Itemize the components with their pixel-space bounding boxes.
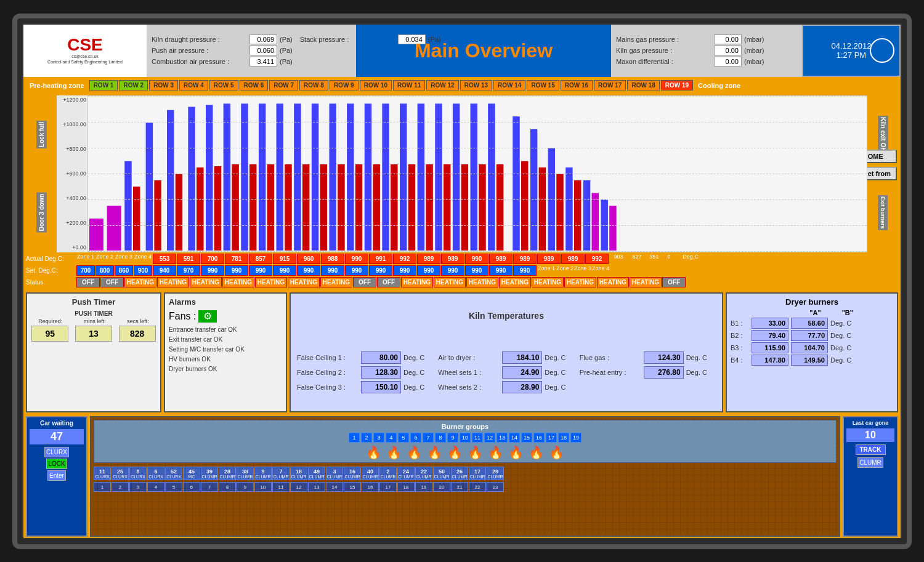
clumr-button[interactable]: CLUMR bbox=[857, 457, 883, 468]
svg-rect-35 bbox=[426, 164, 432, 250]
row-btn-8[interactable]: ROW 8 bbox=[299, 80, 328, 90]
actual-val-18: 990 bbox=[465, 254, 488, 264]
row-btn-6[interactable]: ROW 6 bbox=[240, 80, 269, 90]
kiln-temp-fg: Flue gas : 124.30 Deg. C bbox=[580, 351, 716, 364]
data-rows: Actual Deg.C: Zone 1 Zone 2 Zone 3 Zone … bbox=[23, 252, 901, 290]
burner-4[interactable]: 4 bbox=[386, 433, 397, 443]
alarm-items: Entrance transfer car OK Exit transfer c… bbox=[169, 325, 282, 374]
burner-11[interactable]: 11 bbox=[472, 433, 483, 443]
burner-19[interactable]: 19 bbox=[570, 433, 582, 443]
required-val: 95 bbox=[31, 326, 68, 342]
svg-rect-15 bbox=[249, 164, 256, 250]
svg-rect-46 bbox=[530, 129, 537, 250]
burner-8[interactable]: 8 bbox=[435, 433, 446, 443]
burner-1[interactable]: 1 bbox=[349, 433, 360, 443]
b2-b: 77.70 bbox=[791, 330, 828, 341]
status-18: HEATING bbox=[597, 277, 629, 287]
fc1-unit: Deg. C bbox=[403, 354, 424, 361]
burner-15[interactable]: 15 bbox=[521, 433, 532, 443]
svg-rect-55 bbox=[609, 206, 616, 251]
set-12: 990 bbox=[321, 265, 344, 276]
svg-rect-16 bbox=[259, 103, 265, 251]
maxon-row: Maxon differential : 0.00 (mbar) bbox=[616, 57, 797, 66]
lock-button[interactable]: LOCK bbox=[46, 459, 67, 469]
row-btn-10[interactable]: ROW 10 bbox=[360, 80, 392, 90]
svg-rect-50 bbox=[565, 167, 572, 251]
row-btn-19[interactable]: ROW 19 bbox=[661, 80, 693, 90]
row-btn-14[interactable]: ROW 14 bbox=[493, 80, 525, 90]
burner-13[interactable]: 13 bbox=[496, 433, 508, 443]
burner-6[interactable]: 6 bbox=[410, 433, 421, 443]
row-btn-11[interactable]: ROW 11 bbox=[393, 80, 425, 90]
row-btn-17[interactable]: ROW 17 bbox=[594, 80, 626, 90]
push-air-row: Push air pressure : 0.060 (Pa) bbox=[152, 46, 351, 55]
kiln-gas-val: 0.00 bbox=[714, 46, 742, 55]
row-btn-13[interactable]: ROW 13 bbox=[460, 80, 492, 90]
burner-9[interactable]: 9 bbox=[447, 433, 458, 443]
svg-rect-28 bbox=[365, 103, 371, 251]
mains-gas-row: Mains gas pressure : 0.00 (mbar) bbox=[616, 34, 797, 44]
car-waiting-box: Car waiting 47 CLURX LOCK Enter bbox=[26, 416, 87, 537]
burner-10[interactable]: 10 bbox=[460, 433, 471, 443]
row-btn-2[interactable]: ROW 2 bbox=[119, 80, 148, 90]
kiln-gas-unit: (mbar) bbox=[744, 47, 764, 54]
svg-rect-39 bbox=[461, 164, 468, 250]
svg-rect-54 bbox=[601, 199, 607, 251]
y-axis-label-container bbox=[23, 94, 36, 251]
row-btn-5[interactable]: ROW 5 bbox=[209, 80, 238, 90]
secs-label: secs left: bbox=[127, 318, 149, 324]
row-btn-16[interactable]: ROW 16 bbox=[561, 80, 593, 90]
b3-b: 104.70 bbox=[791, 342, 828, 353]
last-car-title: Last car gone bbox=[853, 420, 889, 426]
burner-12[interactable]: 12 bbox=[484, 433, 495, 443]
fc1-label: False Ceiling 1 : bbox=[297, 354, 359, 361]
actual-val-20: 989 bbox=[513, 254, 537, 264]
alarm-fan-row: Fans : ⚙ bbox=[169, 310, 282, 323]
burner-2[interactable]: 2 bbox=[361, 433, 372, 443]
burner-7[interactable]: 7 bbox=[423, 433, 434, 443]
logo-cse: CSE bbox=[67, 36, 103, 54]
flame-4: 🔥 bbox=[427, 445, 442, 460]
row-btn-18[interactable]: ROW 18 bbox=[627, 80, 659, 90]
row-btn-9[interactable]: ROW 9 bbox=[330, 80, 359, 90]
row-btn-15[interactable]: ROW 15 bbox=[527, 80, 559, 90]
burner-5[interactable]: 5 bbox=[398, 433, 409, 443]
screen: CSE cs@cse.co.uk Control and Safety Engi… bbox=[22, 23, 902, 539]
phe-val: 276.80 bbox=[644, 366, 684, 379]
burner-3[interactable]: 3 bbox=[373, 433, 384, 443]
row-btn-7[interactable]: ROW 7 bbox=[269, 80, 298, 90]
svg-rect-34 bbox=[418, 103, 424, 251]
status-7: HEATING bbox=[255, 277, 287, 287]
svg-rect-9 bbox=[197, 167, 203, 251]
push-timer-box: Push Timer PUSH TIMER Required: mins lef… bbox=[26, 292, 161, 413]
svg-rect-18 bbox=[277, 103, 283, 251]
flame-5: 🔥 bbox=[447, 445, 463, 460]
svg-rect-27 bbox=[355, 164, 362, 250]
alarms-title: Alarms bbox=[169, 297, 282, 307]
mains-gas-val: 0.00 bbox=[714, 34, 742, 44]
fc3-val: 150.10 bbox=[361, 381, 401, 393]
track-button[interactable]: TRACK bbox=[856, 444, 886, 455]
svg-rect-52 bbox=[583, 180, 590, 250]
burner-14[interactable]: 14 bbox=[509, 433, 520, 443]
car-waiting-num: 47 bbox=[30, 429, 84, 444]
ws2-val: 28.90 bbox=[502, 381, 542, 393]
enter-button[interactable]: Enter bbox=[47, 470, 66, 481]
row-btn-12[interactable]: ROW 12 bbox=[426, 80, 458, 90]
b4-unit: Deg. C bbox=[830, 356, 851, 364]
svg-rect-33 bbox=[408, 164, 415, 250]
last-car-box: Last car gone 10 TRACK CLUMR bbox=[843, 416, 898, 537]
svg-rect-3 bbox=[133, 187, 140, 251]
burner-18[interactable]: 18 bbox=[558, 433, 569, 443]
row-btn-4[interactable]: ROW 4 bbox=[179, 80, 208, 90]
b1-label: B1 : bbox=[731, 319, 749, 327]
row-btn-1[interactable]: ROW 1 bbox=[89, 80, 118, 90]
kiln-gas-row: Kiln gas pressure : 0.00 (mbar) bbox=[616, 46, 797, 55]
row-btn-3[interactable]: ROW 3 bbox=[149, 80, 178, 90]
burner-17[interactable]: 17 bbox=[546, 433, 557, 443]
fg-val: 124.30 bbox=[644, 351, 684, 364]
svg-rect-1 bbox=[107, 206, 121, 251]
clurx-button[interactable]: CLURX bbox=[44, 447, 69, 457]
push-air-unit: (Pa) bbox=[280, 47, 293, 54]
burner-16[interactable]: 16 bbox=[533, 433, 545, 443]
